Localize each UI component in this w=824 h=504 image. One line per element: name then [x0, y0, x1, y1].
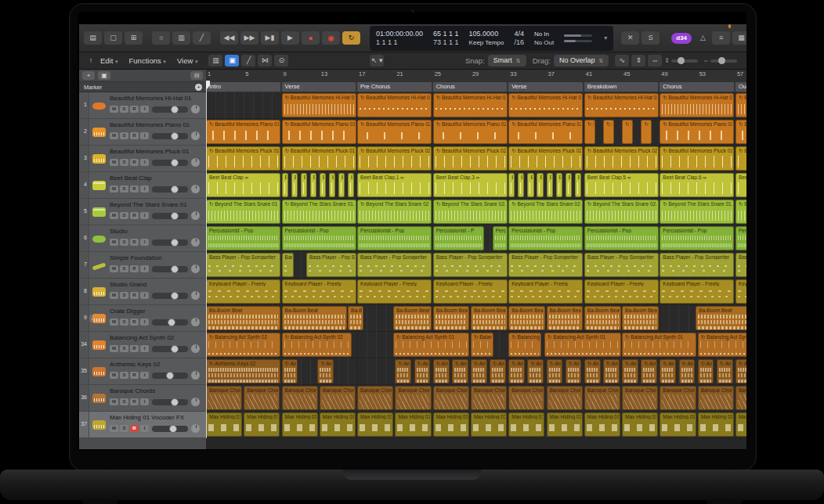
- pointer-tool-menu[interactable]: ↖ ▾: [370, 55, 384, 67]
- region[interactable]: Baroque Chords: [206, 386, 242, 410]
- region[interactable]: ↻ Beyond The Stars Snare 01 ∞: [206, 200, 280, 224]
- region[interactable]: ↻ Beautiful Memories Piano 02: [357, 120, 432, 144]
- region[interactable]: Ba-Boom Beat: [433, 306, 470, 330]
- region[interactable]: Baroque Chords: [357, 386, 393, 410]
- volume-knob[interactable]: [171, 345, 179, 353]
- volume-slider[interactable]: [152, 426, 188, 432]
- i-button[interactable]: I: [140, 212, 149, 219]
- arrangement-marker-breakdown[interactable]: Breakdown: [584, 82, 659, 92]
- m-button[interactable]: M: [110, 185, 118, 193]
- region[interactable]: B: [338, 173, 345, 197]
- region[interactable]: Max Hiding 01 V: [698, 412, 734, 437]
- region[interactable]: ↻ Beautiful Memories Piano 01: [206, 120, 280, 144]
- region[interactable]: Max Hiding 01 V: [357, 412, 393, 437]
- region[interactable]: Bass Player - Pop Songwriter: [660, 253, 734, 277]
- arrangement-marker-pre-chorus[interactable]: Pre Chorus: [357, 82, 432, 92]
- i-button[interactable]: I: [140, 292, 149, 299]
- bar-ruler[interactable]: 159131721252933374145495357: [206, 70, 746, 83]
- region[interactable]: Baroque Chords: [660, 386, 696, 410]
- region[interactable]: ↻ Balancing: [471, 333, 493, 357]
- drag-menu[interactable]: No Overlap⇅: [554, 55, 609, 67]
- rewind-button[interactable]: ◀◀: [220, 31, 238, 45]
- track-header-6[interactable]: 6StudioMSRI: [79, 225, 206, 252]
- r-button[interactable]: R: [130, 345, 139, 352]
- menu-functions[interactable]: Functions ▾: [129, 56, 166, 65]
- region[interactable]: Max Hiding 01 V: [433, 412, 469, 437]
- region[interactable]: B: [348, 173, 354, 197]
- volume-knob[interactable]: [166, 372, 174, 380]
- i-button[interactable]: I: [140, 185, 149, 193]
- region[interactable]: ↻ Beautiful Memories Pluck 02.3: [584, 146, 659, 171]
- region[interactable]: B: [320, 173, 326, 197]
- marker-global-track[interactable]: Marker +: [79, 82, 206, 92]
- solo-button[interactable]: S: [641, 31, 660, 45]
- region[interactable]: Ba-Boom Beat: [696, 306, 746, 330]
- region[interactable]: ↻ Anthe: [660, 359, 676, 383]
- region[interactable]: ↻ Beautiful Memories Piano 02.2: [508, 120, 583, 144]
- region[interactable]: Ba-Boom Beat: [508, 306, 545, 330]
- region[interactable]: ↻ Be: [584, 120, 595, 144]
- region[interactable]: Baroque Chords: [471, 386, 507, 410]
- list-editors-button[interactable]: ≡: [712, 31, 730, 45]
- s-button[interactable]: S: [120, 345, 128, 352]
- arrangement-marker-chorus[interactable]: Chorus: [660, 82, 734, 92]
- add-track-button[interactable]: +: [82, 71, 95, 80]
- pan-knob[interactable]: [191, 371, 200, 380]
- horizontal-zoom-slider[interactable]: [710, 59, 737, 63]
- m-button[interactable]: M: [110, 212, 118, 219]
- region[interactable]: Ba-Boom Beat: [393, 306, 432, 330]
- region[interactable]: ↻ Anthe: [471, 359, 487, 383]
- region[interactable]: B: [575, 173, 581, 197]
- quick-help-button[interactable]: ▢: [104, 31, 122, 45]
- volume-knob[interactable]: [171, 292, 179, 300]
- pan-knob[interactable]: [191, 185, 200, 193]
- region[interactable]: ↻ Beyond The Stars Snare 01.1: [282, 200, 356, 224]
- nudge-up-icon[interactable]: ↑: [84, 55, 98, 67]
- region[interactable]: Max Hiding 01 V: [622, 412, 658, 437]
- i-button[interactable]: I: [140, 132, 149, 139]
- pan-knob[interactable]: [191, 158, 200, 167]
- region[interactable]: Ba-Boom Beat: [282, 306, 347, 330]
- region[interactable]: ↻ Beyond The Stars Snare 02.1: [433, 200, 508, 224]
- lcd-chevron-icon[interactable]: ▾: [604, 34, 607, 41]
- region[interactable]: B: [301, 173, 307, 197]
- region[interactable]: Keyboar: [735, 279, 746, 304]
- region[interactable]: ↻ Balancing Act: [508, 333, 541, 357]
- region[interactable]: ↻ Balancing Act Synth 01: [544, 333, 620, 357]
- region[interactable]: ↻ Anthe: [566, 359, 582, 383]
- s-button[interactable]: S: [120, 239, 128, 246]
- region[interactable]: Percussionist - Pop: [206, 226, 280, 250]
- volume-slider[interactable]: [152, 293, 188, 299]
- region[interactable]: ↻ Beautiful Memories Piano 01.1: [282, 120, 356, 144]
- s-button[interactable]: S: [120, 425, 128, 432]
- region[interactable]: Max Hiding 01 V: [395, 412, 431, 437]
- arrangement-marker-intro[interactable]: Intro: [206, 82, 280, 92]
- region[interactable]: ↻ Anthe: [547, 359, 563, 383]
- volume-slider[interactable]: [152, 160, 188, 166]
- region[interactable]: B: [537, 173, 543, 197]
- region[interactable]: ↻ Beautiful Memories Hi-Hat 02.3: [584, 93, 659, 117]
- lcd-display[interactable]: 01:00:00:00.00 1 1 1 1 65 1 1 1 73 1 1 1…: [370, 26, 613, 51]
- region[interactable]: Percussionist - Pop: [282, 226, 356, 250]
- region[interactable]: ↻ Beautiful Memories Hi-Hat 0: [357, 93, 432, 117]
- region[interactable]: Max Hiding 01 V: [244, 412, 280, 437]
- r-button[interactable]: R: [130, 159, 139, 166]
- m-button[interactable]: M: [110, 345, 118, 352]
- region[interactable]: ↻ Balancing Act Synth 02: [206, 333, 280, 357]
- m-button[interactable]: M: [110, 106, 118, 113]
- region[interactable]: Beet Beat Clap.5 ∞: [584, 173, 659, 197]
- volume-knob[interactable]: [171, 185, 179, 193]
- region[interactable]: Baroque Chords: [547, 386, 583, 410]
- volume-slider[interactable]: [152, 213, 188, 219]
- volume-knob[interactable]: [171, 212, 179, 220]
- library-button[interactable]: ▤: [84, 31, 102, 45]
- arrangement-marker-outro[interactable]: Outro: [735, 82, 746, 92]
- flex-icon[interactable]: ⋈: [258, 55, 272, 67]
- i-button[interactable]: I: [140, 372, 149, 379]
- region[interactable]: ↻ Beautiful Memories Pluck: [735, 146, 746, 171]
- i-button[interactable]: I: [140, 345, 149, 352]
- region[interactable]: ↻ Beautiful Memories Piano 01.2: [660, 120, 734, 144]
- region[interactable]: ↻ Anthemic Keys 02: [206, 359, 280, 383]
- region[interactable]: Beet Beat Clap.1 ∞: [357, 173, 432, 197]
- region[interactable]: ↻ Beautiful Memories Pluck 02: [433, 146, 508, 171]
